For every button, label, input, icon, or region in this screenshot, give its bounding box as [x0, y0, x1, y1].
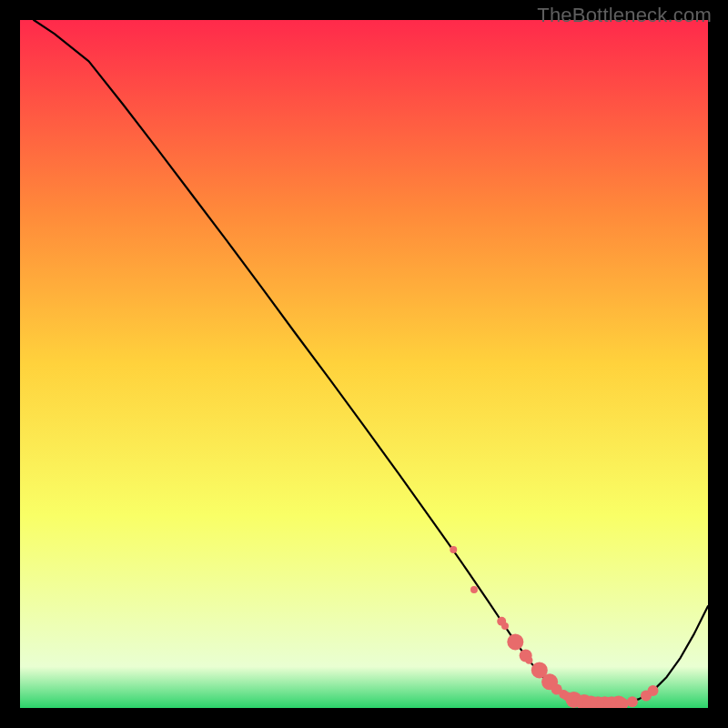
plot-area	[20, 20, 708, 708]
gradient-background	[20, 20, 708, 708]
trough-marker	[450, 546, 457, 553]
trough-marker	[501, 622, 509, 630]
trough-marker	[525, 657, 532, 664]
trough-marker	[507, 633, 523, 650]
trough-marker	[648, 685, 659, 696]
trough-marker	[470, 586, 478, 593]
chart-frame: TheBottleneck.com	[0, 0, 728, 728]
chart-svg	[20, 20, 708, 708]
trough-marker	[627, 696, 638, 707]
watermark-text: TheBottleneck.com	[537, 4, 712, 27]
